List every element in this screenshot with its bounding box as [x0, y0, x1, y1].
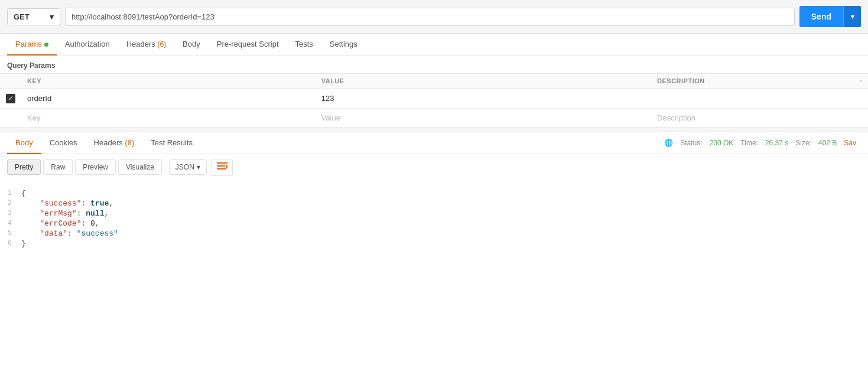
code-line-6: 6 }: [0, 239, 868, 249]
size-label: Size:: [795, 139, 811, 147]
line-num-2: 2: [0, 199, 21, 207]
tab-settings[interactable]: Settings: [321, 34, 366, 56]
line-num-4: 4: [0, 219, 21, 227]
view-raw-button[interactable]: Raw: [43, 159, 73, 175]
row-checkbox[interactable]: ✓: [0, 89, 21, 109]
tab-prerequest[interactable]: Pre-request Script: [209, 34, 287, 56]
tab-authorization[interactable]: Authorization: [57, 34, 118, 56]
col-value: VALUE: [316, 74, 651, 89]
svg-rect-2: [217, 168, 226, 170]
view-pretty-button[interactable]: Pretty: [7, 159, 41, 175]
line-content-1: {: [21, 189, 26, 198]
code-line-3: 3 "errMsg": null,: [0, 208, 868, 219]
tab-body-label: Body: [183, 40, 200, 48]
time-value: 26.37 s: [765, 139, 788, 147]
row-key[interactable]: orderId: [21, 89, 316, 109]
resp-tab-body[interactable]: Body: [7, 132, 41, 154]
format-label: JSON: [175, 163, 194, 171]
params-table: KEY VALUE DESCRIPTION · ✓ orderId 123 Ke…: [0, 73, 868, 128]
response-tabs-bar: Body Cookies Headers (8) Test Results 🌐 …: [0, 132, 868, 154]
tab-authorization-label: Authorization: [65, 40, 110, 48]
table-row-empty: Key Value Description: [0, 108, 868, 127]
status-label: Status:: [680, 139, 702, 147]
url-input[interactable]: [65, 8, 795, 26]
method-dropdown-icon: ▾: [50, 12, 54, 21]
globe-icon: 🌐: [664, 139, 673, 147]
key-placeholder: Key: [27, 113, 40, 122]
wrap-button[interactable]: [212, 159, 233, 176]
line-num-1: 1: [0, 189, 21, 197]
line-content-6: }: [21, 239, 26, 248]
query-params-label: Query Params: [0, 56, 868, 73]
code-line-1: 1 {: [0, 188, 868, 198]
send-label: Send: [799, 6, 843, 27]
time-label: Time:: [740, 139, 758, 147]
col-description: DESCRIPTION: [651, 74, 854, 89]
resp-tab-cookies[interactable]: Cookies: [41, 132, 86, 154]
empty-description[interactable]: Description: [651, 108, 854, 127]
wrap-icon: [217, 162, 227, 171]
line-num-6: 6: [0, 239, 21, 247]
empty-key[interactable]: Key: [21, 108, 316, 127]
row-extra: [854, 89, 868, 109]
method-select[interactable]: GET ▾: [7, 8, 60, 25]
line-num-5: 5: [0, 229, 21, 237]
tab-params-label: Params: [15, 40, 42, 48]
section-divider: [0, 128, 868, 132]
response-code-area: 1 { 2 "success": true, 3 "errMsg": null,…: [0, 181, 868, 256]
view-visualize-button[interactable]: Visualize: [118, 159, 162, 175]
code-line-4: 4 "errCode": 0,: [0, 219, 868, 229]
empty-value[interactable]: Value: [316, 108, 651, 127]
line-content-5: "data": "success": [21, 229, 118, 238]
size-value: 402 B: [818, 139, 837, 147]
col-extra: ·: [854, 74, 868, 89]
top-bar: GET ▾ Send ▾: [0, 0, 868, 34]
line-content-3: "errMsg": null,: [21, 209, 109, 218]
params-dot: [44, 43, 48, 47]
empty-extra: [854, 108, 868, 127]
tab-settings-label: Settings: [330, 40, 357, 48]
send-dropdown-icon[interactable]: ▾: [843, 6, 861, 27]
row-value[interactable]: 123: [316, 89, 651, 109]
row-description[interactable]: [651, 89, 854, 109]
response-tabs: Body Cookies Headers (8) Test Results: [7, 132, 664, 154]
svg-rect-1: [217, 165, 225, 167]
save-response-button[interactable]: Sav: [844, 139, 856, 147]
resp-tab-test-results-label: Test Results: [151, 138, 193, 147]
resp-tab-body-label: Body: [15, 138, 33, 147]
table-row: ✓ orderId 123: [0, 89, 868, 109]
line-content-2: "success": true,: [21, 199, 113, 208]
response-body-toolbar: Pretty Raw Preview Visualize JSON ▾: [0, 154, 868, 181]
format-select[interactable]: JSON ▾: [169, 159, 207, 175]
headers-badge: (6): [157, 40, 166, 48]
resp-tab-headers-label: Headers: [94, 138, 125, 147]
checkbox-checked-icon: ✓: [6, 94, 15, 103]
line-content-4: "errCode": 0,: [21, 219, 100, 228]
response-status-bar: 🌐 Status: 200 OK Time: 26.37 s Size: 402…: [664, 139, 861, 147]
view-preview-button[interactable]: Preview: [75, 159, 116, 175]
code-line-2: 2 "success": true,: [0, 198, 868, 208]
col-check: [0, 74, 21, 89]
tab-body[interactable]: Body: [174, 34, 209, 56]
status-value: 200 OK: [710, 139, 734, 147]
resp-tab-headers[interactable]: Headers (8): [86, 132, 143, 154]
format-dropdown-icon: ▾: [197, 163, 200, 171]
method-label: GET: [14, 12, 30, 21]
resp-tab-test-results[interactable]: Test Results: [142, 132, 201, 154]
tab-tests-label: Tests: [295, 40, 313, 48]
resp-tab-cookies-label: Cookies: [50, 138, 77, 147]
line-num-3: 3: [0, 209, 21, 217]
tab-params[interactable]: Params: [7, 34, 57, 56]
value-placeholder: Value: [321, 113, 340, 122]
tab-tests[interactable]: Tests: [287, 34, 321, 56]
description-placeholder: Description: [657, 113, 695, 122]
col-key: KEY: [21, 74, 316, 89]
send-button[interactable]: Send ▾: [799, 6, 861, 27]
tab-headers-label: Headers: [126, 40, 158, 48]
tab-prerequest-label: Pre-request Script: [217, 40, 279, 48]
tab-headers[interactable]: Headers (6): [118, 34, 174, 56]
request-tabs: Params Authorization Headers (6) Body Pr…: [0, 34, 868, 56]
svg-rect-0: [217, 162, 227, 164]
code-line-5: 5 "data": "success": [0, 229, 868, 239]
empty-checkbox: [0, 108, 21, 127]
